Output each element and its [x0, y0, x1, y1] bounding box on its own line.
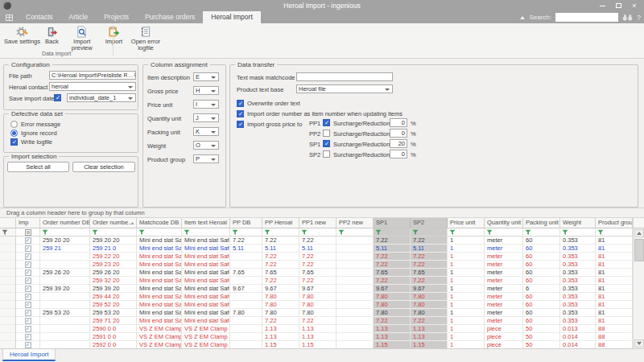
quantity-unit-column-select[interactable]: J — [193, 113, 219, 122]
import-button[interactable]: Import — [103, 25, 125, 45]
group-by-panel[interactable]: Drag a column header here to group by th… — [0, 208, 644, 218]
filter-cell-pp_db[interactable] — [230, 228, 262, 237]
column-header-weight[interactable]: Weight — [560, 218, 596, 228]
row-import-checkbox[interactable] — [25, 278, 31, 284]
clear-selection-button[interactable]: Clear selection — [72, 162, 135, 172]
error-message-radio[interactable] — [10, 121, 18, 128]
table-row[interactable]: 259 26 20259 26 20Mini end slat Saf...Mi… — [0, 269, 633, 277]
column-header-price_unit[interactable]: Price unit — [448, 218, 485, 228]
column-header-pp1_new[interactable]: PP1 new — [299, 218, 336, 228]
table-row[interactable]: 259 21259 21 0Mini end slat Saf...Mini e… — [0, 245, 633, 253]
column-header-order_db[interactable]: Order number DB — [40, 218, 90, 228]
price-unit-column-select[interactable]: I — [193, 100, 219, 109]
row-import-checkbox[interactable] — [25, 342, 31, 348]
column-header-qty_unit[interactable]: Quantity unit — [485, 218, 523, 228]
column-header-order_new[interactable]: Order numbe...▲ — [90, 218, 137, 228]
scroll-down-button[interactable] — [634, 339, 644, 348]
table-row[interactable]: 259 52 20Mini end slat SafeMini end slat… — [0, 301, 633, 309]
column-header-pack_unit[interactable]: Packing unit — [523, 218, 560, 228]
row-import-checkbox[interactable] — [25, 294, 31, 300]
binoculars-icon[interactable] — [622, 14, 633, 22]
row-import-checkbox[interactable] — [25, 302, 31, 308]
write-logfile-checkbox[interactable] — [10, 138, 18, 146]
save-settings-button[interactable]: Save settings — [2, 25, 43, 45]
filter-cell-imp[interactable] — [16, 228, 40, 237]
row-import-checkbox[interactable] — [25, 318, 31, 324]
select-all-button[interactable]: Select all — [7, 162, 69, 172]
filter-cell-itemtext[interactable] — [182, 228, 230, 237]
row-import-checkbox[interactable] — [25, 286, 31, 292]
table-row[interactable]: 259 23 20Mini end slat SafeMini end slat… — [0, 261, 633, 269]
minimize-button[interactable] — [594, 0, 610, 11]
imp-filter-checkbox[interactable] — [25, 229, 31, 236]
filter-cell-order_new[interactable] — [90, 228, 137, 237]
product-text-base-select[interactable]: Heroal file — [296, 84, 393, 93]
filter-cell-pack_unit[interactable] — [523, 228, 560, 237]
column-header-sp1[interactable]: SP1 — [374, 218, 411, 228]
document-tab-heroal-import[interactable]: Heroal Import — [2, 349, 56, 361]
row-import-checkbox[interactable] — [25, 310, 31, 316]
column-header-sp2[interactable]: SP2 — [411, 218, 448, 228]
import-preview-button[interactable]: Import preview — [61, 25, 103, 51]
gross-price-column-select[interactable]: H — [193, 86, 219, 95]
sp2-surcharge-input[interactable]: 0 — [390, 150, 407, 158]
vertical-scrollbar[interactable] — [633, 218, 644, 348]
row-import-checkbox[interactable] — [25, 334, 31, 340]
item-description-column-select[interactable]: E — [193, 72, 219, 81]
weight-column-select[interactable]: O — [193, 141, 219, 150]
application-menu-button[interactable] — [0, 11, 18, 23]
filter-funnel-icon[interactable] — [0, 228, 16, 237]
scroll-up-button[interactable] — [634, 229, 644, 237]
import-gross-price-to-checkbox[interactable] — [237, 121, 244, 128]
table-row[interactable]: 2592 0 0VS Z EM Clamp a...VS Z EM Clamp … — [0, 341, 633, 348]
table-row[interactable]: 259 71 20Mini end slat SafeMini end slat… — [0, 317, 633, 325]
row-import-checkbox[interactable] — [25, 261, 31, 268]
overwrite-order-text-checkbox[interactable] — [237, 100, 244, 107]
open-error-logfile-button[interactable]: Open error logfile — [125, 25, 167, 51]
tab-purchase-orders[interactable]: Purchase orders — [137, 11, 203, 23]
column-header-imp[interactable]: Imp — [16, 218, 40, 228]
heroal-contact-select[interactable]: heroal — [49, 82, 136, 91]
table-row[interactable]: 2591 0 0VS Z EM Clamp a...VS Z EM Clamp … — [0, 333, 633, 341]
text-mask-input[interactable] — [296, 72, 393, 81]
pp1-surcharge-input[interactable]: 0 — [390, 118, 407, 127]
filter-cell-order_db[interactable] — [40, 228, 90, 237]
table-row[interactable]: 259 20 20259 20 20Mini end slat Saf...Mi… — [0, 237, 633, 245]
browse-button[interactable]: … — [127, 72, 134, 79]
table-row[interactable]: 259 53 20259 53 20Mini end slat Saf...Mi… — [0, 309, 633, 317]
sp1-checkbox[interactable] — [323, 140, 330, 147]
column-header-itemtext[interactable]: Item text Heroal — [182, 218, 230, 228]
tab-article[interactable]: Article — [61, 11, 97, 23]
filter-cell-pp1_new[interactable] — [299, 228, 336, 237]
back-button[interactable]: Back — [43, 25, 61, 45]
column-header-pp_heroal[interactable]: PP Heroal — [262, 218, 299, 228]
pp1-checkbox[interactable] — [323, 119, 330, 126]
sp1-surcharge-input[interactable]: 20 — [390, 139, 407, 148]
column-header-prod_group[interactable]: Product group — [596, 218, 633, 228]
table-row[interactable]: 259 39 20259 39 20Mini end slat Saf...Mi… — [0, 285, 633, 293]
table-row[interactable]: 259 32 20Mini end slat SafeMini end slat… — [0, 277, 633, 285]
scrollbar-thumb[interactable] — [634, 239, 644, 261]
column-header-pp2_new[interactable]: PP2 new — [336, 218, 374, 228]
maximize-button[interactable] — [610, 0, 626, 11]
pp2-surcharge-input[interactable]: 0 — [390, 129, 407, 138]
table-row[interactable]: 259 44 20Mini end slat SafeMini end slat… — [0, 293, 633, 301]
filter-cell-matchcode[interactable] — [137, 228, 182, 237]
table-row[interactable]: 259 22 20Mini end slat SafeMini end slat… — [0, 253, 633, 261]
file-path-input[interactable]: C:\Heroal Import\Preisliste RSR 102671I … — [49, 71, 136, 80]
save-import-date-checkbox[interactable] — [54, 94, 61, 101]
filter-cell-sp1[interactable] — [374, 228, 411, 237]
row-import-checkbox[interactable] — [25, 269, 31, 276]
filter-cell-pp_heroal[interactable] — [262, 228, 299, 237]
column-header-indicator[interactable] — [0, 218, 16, 228]
table-row[interactable]: 2590 0 0VS Z EM Clamp a...VS Z EM Clamp … — [0, 325, 633, 333]
tab-contacts[interactable]: Contacts — [18, 11, 61, 23]
close-button[interactable]: × — [626, 0, 642, 11]
import-date-select[interactable]: individual_date_1 — [67, 93, 136, 102]
product-group-column-select[interactable]: P — [193, 154, 219, 163]
tab-projects[interactable]: Projects — [96, 11, 137, 23]
column-header-pp_db[interactable]: PP DB — [230, 218, 262, 228]
sp2-checkbox[interactable] — [323, 150, 330, 158]
row-import-checkbox[interactable] — [25, 326, 31, 332]
filter-cell-sp2[interactable] — [411, 228, 448, 237]
